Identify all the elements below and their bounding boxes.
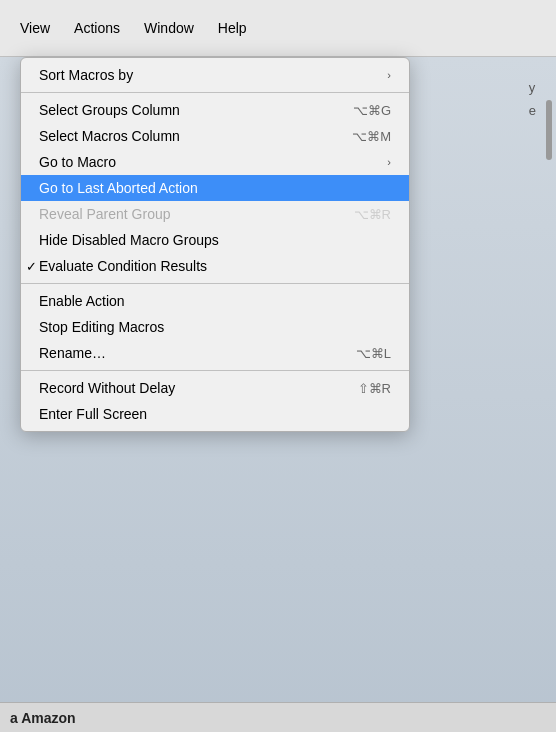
menu-bar-help-label: Help	[218, 20, 247, 36]
separator-3	[21, 370, 409, 371]
menu-item-go-to-macro-arrow: ›	[387, 156, 391, 168]
menu-item-select-groups-column[interactable]: Select Groups Column ⌥⌘G	[21, 97, 409, 123]
menu-item-go-to-last-aborted[interactable]: Go to Last Aborted Action	[21, 175, 409, 201]
menu-bar: View Actions Window Help	[0, 0, 556, 57]
menu-item-sort-macros-arrow: ›	[387, 69, 391, 81]
menu-item-reveal-parent-group-label: Reveal Parent Group	[39, 206, 334, 222]
scrollbar[interactable]	[546, 100, 552, 160]
bottom-bar: a Amazon	[0, 702, 556, 732]
menu-item-go-to-last-aborted-label: Go to Last Aborted Action	[39, 180, 391, 196]
menu-item-rename-shortcut: ⌥⌘L	[356, 346, 391, 361]
bottom-bar-amazon-label: Amazon	[21, 710, 75, 726]
menu-item-go-to-macro[interactable]: Go to Macro ›	[21, 149, 409, 175]
menu-item-stop-editing-macros-label: Stop Editing Macros	[39, 319, 391, 335]
menu-item-record-without-delay-shortcut: ⇧⌘R	[358, 381, 391, 396]
side-letter-y: y	[529, 80, 536, 95]
checkmark-icon: ✓	[26, 259, 37, 274]
menu-item-reveal-parent-group: Reveal Parent Group ⌥⌘R	[21, 201, 409, 227]
menu-item-sort-macros[interactable]: Sort Macros by ›	[21, 62, 409, 88]
menu-item-stop-editing-macros[interactable]: Stop Editing Macros	[21, 314, 409, 340]
menu-item-rename[interactable]: Rename… ⌥⌘L	[21, 340, 409, 366]
menu-bar-window[interactable]: Window	[132, 10, 206, 46]
menu-item-evaluate-condition-results-label: Evaluate Condition Results	[39, 258, 391, 274]
menu-item-go-to-macro-label: Go to Macro	[39, 154, 387, 170]
menu-bar-view[interactable]: View	[8, 10, 62, 46]
menu-item-select-macros-column-shortcut: ⌥⌘M	[352, 129, 391, 144]
menu-item-select-groups-column-shortcut: ⌥⌘G	[353, 103, 391, 118]
menu-item-hide-disabled-macro-groups-label: Hide Disabled Macro Groups	[39, 232, 391, 248]
menu-item-record-without-delay[interactable]: Record Without Delay ⇧⌘R	[21, 375, 409, 401]
bottom-bar-text: a Amazon	[10, 710, 76, 726]
menu-item-reveal-parent-group-shortcut: ⌥⌘R	[354, 207, 391, 222]
side-letter-e: e	[529, 103, 536, 118]
menu-item-evaluate-condition-results[interactable]: ✓ Evaluate Condition Results	[21, 253, 409, 279]
menu-item-select-macros-column[interactable]: Select Macros Column ⌥⌘M	[21, 123, 409, 149]
menu-bar-view-label: View	[20, 20, 50, 36]
menu-item-enable-action[interactable]: Enable Action	[21, 288, 409, 314]
menu-item-record-without-delay-label: Record Without Delay	[39, 380, 338, 396]
side-letters: y e	[529, 80, 536, 118]
menu-bar-window-label: Window	[144, 20, 194, 36]
menu-bar-actions-label: Actions	[74, 20, 120, 36]
menu-item-enable-action-label: Enable Action	[39, 293, 391, 309]
menu-item-select-groups-column-label: Select Groups Column	[39, 102, 333, 118]
separator-2	[21, 283, 409, 284]
menu-item-sort-macros-label: Sort Macros by	[39, 67, 387, 83]
menu-bar-actions[interactable]: Actions	[62, 10, 132, 46]
menu-item-rename-label: Rename…	[39, 345, 336, 361]
menu-bar-help[interactable]: Help	[206, 10, 259, 46]
menu-item-enter-full-screen-label: Enter Full Screen	[39, 406, 391, 422]
amazon-icon: a	[10, 710, 18, 726]
menu-item-select-macros-column-label: Select Macros Column	[39, 128, 332, 144]
separator-1	[21, 92, 409, 93]
view-dropdown-menu: Sort Macros by › Select Groups Column ⌥⌘…	[20, 57, 410, 432]
menu-item-enter-full-screen[interactable]: Enter Full Screen	[21, 401, 409, 427]
menu-item-hide-disabled-macro-groups[interactable]: Hide Disabled Macro Groups	[21, 227, 409, 253]
